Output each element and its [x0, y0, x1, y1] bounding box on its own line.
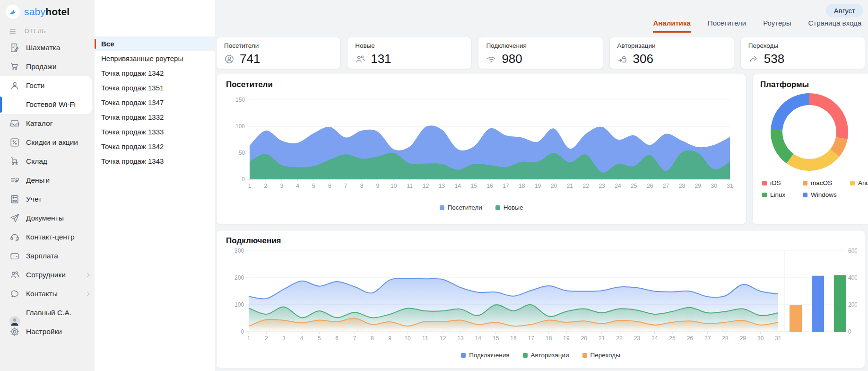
svg-text:29: 29 — [740, 335, 746, 342]
router-filter-item[interactable]: Точка продаж 1332 — [95, 110, 215, 124]
svg-text:16: 16 — [486, 183, 493, 189]
sidebar-item-главный-с-а-[interactable]: Главный С.А. — [0, 303, 95, 322]
tab-аналитика[interactable]: Аналитика — [653, 19, 690, 33]
svg-text:24: 24 — [651, 335, 658, 342]
sidebar-item-label: Зарплата — [26, 252, 58, 260]
svg-text:600: 600 — [848, 247, 857, 254]
stat-value-row: 741 — [224, 52, 333, 66]
menu-icon[interactable] — [9, 26, 18, 36]
router-filter-item[interactable]: Точка продаж 1343 — [95, 154, 215, 168]
legend-item-linux[interactable]: Linux — [762, 191, 803, 198]
sidebar-item-шахматка[interactable]: Шахматка — [0, 38, 95, 57]
svg-text:30: 30 — [757, 335, 764, 342]
stat-value: 741 — [240, 52, 260, 66]
router-filter-item[interactable]: Точка продаж 1342 — [95, 66, 215, 80]
sidebar-item-деньги[interactable]: Деньги — [0, 171, 95, 190]
router-filter-item[interactable]: Непривязанные роутеры — [95, 51, 215, 66]
svg-text:14: 14 — [475, 335, 482, 342]
router-filter-label: Точка продаж 1343 — [101, 157, 164, 165]
legend-item-ios[interactable]: iOS — [762, 179, 803, 186]
platforms-donut-canvas — [760, 89, 859, 175]
router-filter-label: Точка продаж 1351 — [101, 84, 164, 92]
sidebar-item-label: Продажи — [26, 62, 57, 71]
settings-icon — [9, 327, 20, 337]
authorizations-icon — [617, 54, 628, 64]
svg-text:200: 200 — [848, 301, 857, 308]
router-filter-item[interactable]: Точка продаж 1342 — [95, 139, 215, 154]
platforms-legend: iOSmacOSAndroidLinuxWindows — [760, 179, 868, 198]
legend-item-новые[interactable]: Новые — [495, 204, 523, 211]
sidebar-item-контакты[interactable]: Контакты — [0, 284, 95, 303]
guests-icon — [9, 80, 20, 91]
chessboard-icon — [9, 43, 20, 53]
sidebar-item-label: Контакты — [26, 290, 58, 298]
svg-text:100: 100 — [235, 123, 245, 130]
sidebar-item-каталог[interactable]: Каталог — [0, 114, 95, 133]
sidebar-item-контакт-центр[interactable]: Контакт-центр — [0, 228, 95, 247]
legend-item-авторизации[interactable]: Авторизации — [523, 352, 569, 359]
svg-text:12: 12 — [440, 335, 446, 342]
chevron-right-icon — [84, 290, 93, 298]
router-filter-item[interactable]: Точка продаж 1347 — [95, 95, 215, 110]
sidebar-item-склад[interactable]: Склад — [0, 152, 95, 171]
sidebar-active-group: ГостиГостевой Wi-Fi — [0, 76, 92, 114]
legend-swatch — [803, 181, 807, 186]
sidebar-item-документы[interactable]: Документы — [0, 209, 95, 228]
svg-text:16: 16 — [510, 335, 517, 342]
sidebar-item-настройки[interactable]: Настройки — [0, 322, 95, 341]
router-filter-item[interactable]: Все — [95, 36, 215, 51]
router-filter-label: Точка продаж 1342 — [101, 142, 164, 150]
router-filter-item[interactable]: Точка продаж 1333 — [95, 124, 215, 139]
svg-text:2: 2 — [264, 183, 268, 189]
sidebar: sabyhotel ОТЕЛЬ ШахматкаПродажиГостиГост… — [0, 0, 95, 371]
sidebar-item-сотрудники[interactable]: Сотрудники — [0, 265, 95, 284]
legend-item-macos[interactable]: macOS — [803, 179, 850, 186]
legend-item-переходы[interactable]: Переходы — [582, 352, 620, 359]
svg-text:30: 30 — [711, 183, 717, 189]
new-visitors-icon — [355, 54, 365, 64]
sidebar-item-label: Склад — [26, 157, 47, 166]
sidebar-item-продажи[interactable]: Продажи — [0, 57, 95, 76]
visitors-chart-canvas: 0501001501234567891011121314151617181920… — [226, 89, 738, 202]
legend-label: iOS — [770, 179, 781, 186]
month-filter-button[interactable]: Август — [826, 4, 863, 18]
sidebar-item-скидки-и-акции[interactable]: Скидки и акции — [0, 133, 95, 152]
legend-item-windows[interactable]: Windows — [803, 191, 850, 198]
visitor-icon — [224, 54, 234, 64]
sidebar-item-label: Учет — [26, 195, 42, 203]
tab-страница-входа[interactable]: Страница входа — [808, 19, 861, 31]
legend-item-посетители[interactable]: Посетители — [440, 204, 482, 211]
sidebar-item-зарплата[interactable]: Зарплата — [0, 247, 95, 265]
legend-swatch — [850, 181, 855, 186]
contact-center-icon — [9, 232, 20, 242]
svg-text:21: 21 — [567, 183, 573, 189]
sidebar-subitem-гостевой-wi-fi[interactable]: Гостевой Wi-Fi — [0, 95, 92, 114]
svg-text:15: 15 — [493, 335, 499, 342]
svg-text:7: 7 — [344, 183, 347, 189]
tab-роутеры[interactable]: Роутеры — [763, 19, 791, 31]
svg-text:1: 1 — [247, 335, 251, 342]
sidebar-item-учет[interactable]: Учет — [0, 190, 95, 209]
mini-bar-переходы — [790, 305, 802, 332]
svg-text:25: 25 — [631, 183, 637, 189]
legend-item-android[interactable]: Android — [850, 179, 868, 186]
tab-посетители[interactable]: Посетители — [708, 19, 746, 31]
svg-text:23: 23 — [634, 335, 641, 342]
sidebar-item-label: Деньги — [26, 176, 50, 185]
sidebar-item-гости[interactable]: Гости — [0, 76, 92, 95]
svg-text:17: 17 — [528, 335, 535, 342]
svg-text:20: 20 — [551, 183, 557, 189]
donut-slice-windows — [771, 93, 809, 130]
svg-text:4: 4 — [300, 335, 304, 342]
stat-cards-row: Посетители741Новые131Подключения980Автор… — [216, 37, 865, 69]
svg-text:4: 4 — [296, 183, 299, 189]
stat-value: 131 — [371, 52, 391, 66]
legend-item-подключения[interactable]: Подключения — [461, 352, 509, 359]
stat-label: Авторизации — [617, 42, 726, 49]
logo[interactable]: sabyhotel — [0, 0, 95, 19]
svg-text:200: 200 — [234, 274, 244, 281]
sidebar-item-label: Контакт-центр — [26, 233, 75, 241]
discounts-icon — [9, 137, 20, 148]
connections-chart-canvas: 0010020020040030060012345678910111213141… — [226, 246, 857, 350]
router-filter-item[interactable]: Точка продаж 1351 — [95, 80, 215, 95]
